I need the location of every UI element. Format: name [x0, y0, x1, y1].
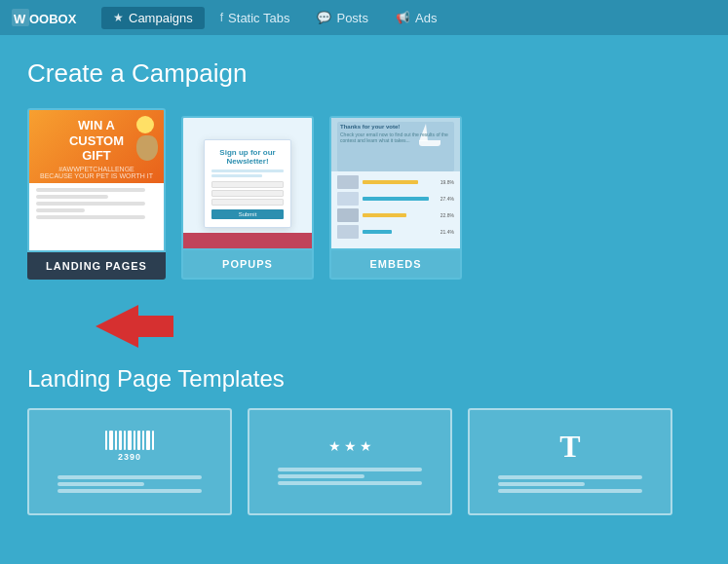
- template-card-text[interactable]: T: [468, 408, 672, 515]
- svg-text:W: W: [14, 12, 26, 26]
- chat-icon: 💬: [317, 11, 331, 24]
- embed-row-3: 22.8%: [337, 208, 454, 222]
- nav-campaigns-label: Campaigns: [129, 11, 193, 25]
- nav-ads-label: Ads: [415, 11, 437, 25]
- arrow-svg: [96, 305, 173, 348]
- nav-posts[interactable]: 💬 Posts: [305, 7, 380, 29]
- embed-row-4: 21.4%: [337, 225, 454, 239]
- template-card-barcode[interactable]: 2390: [27, 408, 232, 515]
- landing-sub-text: #AWWPETCHALLENGEBECAUSE YOUR PET IS WORT…: [40, 166, 153, 179]
- nav-static-tabs-label: Static Tabs: [228, 11, 289, 25]
- barcode-icon: 2390: [105, 431, 154, 462]
- landing-pages-preview[interactable]: WIN ACUSTOMGIFT #AWWPETCHALLENGEBECAUSE …: [27, 108, 166, 252]
- svg-text:OOBOX: OOBOX: [29, 12, 77, 26]
- svg-marker-3: [96, 305, 138, 348]
- popups-card[interactable]: Sign up for ourNewsletter! Submit POPUPS: [181, 116, 314, 280]
- landing-orange-text: WIN ACUSTOMGIFT: [69, 118, 124, 164]
- arrow-indicator: [27, 299, 701, 357]
- ticket-icon: ★ ★ ★: [328, 438, 372, 454]
- popup-stripe: [183, 233, 312, 248]
- nav-posts-label: Posts: [336, 11, 368, 25]
- top-navigation: W OOBOX ★ Campaigns f Static Tabs 💬 Post…: [0, 0, 728, 35]
- main-content: Create a Campaign WIN ACUSTOMGIFT #AWWPE…: [0, 35, 728, 535]
- popups-preview[interactable]: Sign up for ourNewsletter! Submit: [181, 116, 314, 250]
- popup-field-1: [211, 181, 284, 188]
- nav-ads[interactable]: 📢 Ads: [384, 7, 448, 29]
- campaign-type-selector: WIN ACUSTOMGIFT #AWWPETCHALLENGEBECAUSE …: [27, 108, 701, 280]
- popups-button[interactable]: POPUPS: [181, 250, 314, 280]
- megaphone-icon: 📢: [396, 11, 410, 24]
- embed-row-1: 19.8%: [337, 175, 454, 189]
- popup-field-3: [211, 199, 284, 206]
- template-cards-list: 2390 ★ ★ ★: [27, 408, 701, 515]
- embeds-preview[interactable]: Thanks for your vote! Check your email n…: [329, 116, 462, 250]
- templates-title: Landing Page Templates: [27, 365, 701, 393]
- templates-section: Landing Page Templates: [27, 365, 701, 515]
- popup-inner-title: Sign up for ourNewsletter!: [211, 148, 284, 166]
- embeds-button[interactable]: EMBEDS: [329, 250, 462, 280]
- facebook-icon: f: [220, 11, 223, 24]
- landing-pages-button[interactable]: LANDING PAGES: [27, 252, 166, 280]
- svg-rect-4: [138, 316, 173, 337]
- nav-campaigns[interactable]: ★ Campaigns: [101, 7, 205, 29]
- embeds-card[interactable]: Thanks for your vote! Check your email n…: [329, 116, 462, 280]
- star-icon: ★: [113, 11, 124, 24]
- nav-static-tabs[interactable]: f Static Tabs: [209, 7, 302, 29]
- create-campaign-title: Create a Campaign: [27, 58, 701, 89]
- barcode-number: 2390: [118, 452, 141, 462]
- popup-submit-btn: Submit: [211, 209, 284, 219]
- popup-field-2: [211, 190, 284, 197]
- text-icon: T: [559, 431, 580, 462]
- landing-pages-card[interactable]: WIN ACUSTOMGIFT #AWWPETCHALLENGEBECAUSE …: [27, 108, 166, 280]
- template-card-ticket[interactable]: ★ ★ ★: [248, 408, 452, 515]
- logo: W OOBOX: [12, 7, 90, 28]
- embed-row-2: 27.4%: [337, 192, 454, 206]
